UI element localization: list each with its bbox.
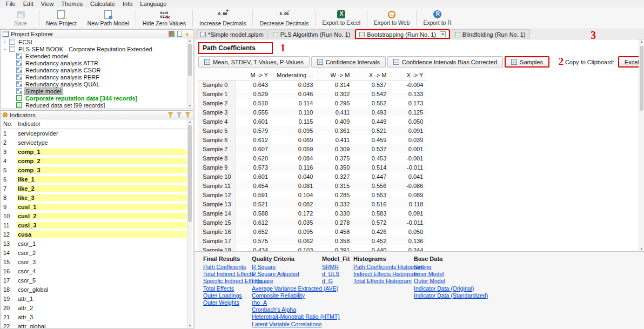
menu-item-language[interactable]: Language	[136, 1, 170, 7]
link-r-square-adjusted[interactable]: R Square Adjusted	[252, 271, 320, 278]
indicator-row-like-3[interactable]: 8like_3	[1, 193, 187, 202]
link-indicator-data-original[interactable]: Indicator Data (Original)	[414, 285, 488, 292]
table-row-sample-16[interactable]: Sample 160.6520.0950.4580.4260.050	[198, 227, 427, 236]
link-path-coefficients-histogram[interactable]: Path Coefficients Histogram	[353, 264, 412, 271]
indicator-row-csor-5[interactable]: 17csor_5	[1, 276, 187, 285]
indicators-scrollbar[interactable]: ▲ ▼	[187, 119, 192, 328]
tab-pls-algorithm-run-no-1[interactable]: PLS Algorithm (Run No. 1)	[269, 29, 355, 39]
project-explorer-scrollbar[interactable]: ▲ ▼	[187, 38, 192, 108]
scrollbar-thumb[interactable]	[188, 125, 192, 222]
indicator-row-cusa[interactable]: 12cusa	[1, 230, 187, 239]
indicator-row-csor-3[interactable]: 15csor_3	[1, 257, 187, 266]
link-indirect-effects-histogram[interactable]: Indirect Effects Histogram	[353, 271, 412, 278]
subtab-confidence-intervals-bias-corrected[interactable]: Confidence Intervals Bias Corrected	[387, 56, 503, 68]
tree-item-redundancy-analysis-attr[interactable]: Redundancy analysis ATTR	[1, 59, 187, 66]
tab-simple-model-splsm[interactable]: *Simple model.splsm	[196, 29, 268, 39]
link-total-effects-histogram[interactable]: Total Effects Histogram	[353, 278, 412, 285]
link-f-square[interactable]: f Square	[252, 278, 320, 285]
import-project-icon[interactable]	[169, 31, 175, 37]
tree-item-extended-model[interactable]: Extended model	[1, 52, 187, 59]
scroll-up-icon[interactable]: ▲	[187, 39, 192, 42]
tree-item-redundancy-analysis-perf[interactable]: Redundancy analysis PERF	[1, 73, 187, 80]
indicator-row-servicetype[interactable]: 2servicetype	[1, 138, 187, 147]
scrollbar-thumb[interactable]	[188, 44, 192, 76]
indicator-row-csor-4[interactable]: 16csor_4	[1, 266, 187, 276]
link-srmr[interactable]: SRMR	[322, 264, 351, 271]
indicator-row-comp-3[interactable]: 5comp_3	[1, 165, 187, 174]
menu-item-calculate[interactable]: Calculate	[86, 1, 119, 7]
link-outer-model[interactable]: Outer Model	[414, 278, 488, 285]
scroll-down-icon[interactable]: ▼	[187, 104, 192, 108]
tree-item-simple-model[interactable]: Simple model	[1, 88, 187, 95]
menu-item-file[interactable]: File	[2, 1, 19, 7]
toolbar-button-export-to-r[interactable]: Export to R	[418, 8, 457, 29]
filter-settings-icon[interactable]	[185, 112, 191, 118]
table-row-sample-13[interactable]: Sample 130.5210.0820.3320.5160.118	[198, 199, 427, 209]
scroll-up-icon[interactable]: ▲	[639, 40, 644, 43]
indicator-row-attr-3[interactable]: 21attr_3	[1, 312, 187, 321]
link-setting[interactable]: Setting	[414, 264, 488, 271]
toolbar-button-export-to-excel[interactable]: Export to Excel	[317, 8, 366, 29]
tree-item-ecsi[interactable]: ›ECSI	[1, 38, 187, 45]
table-row-sample-8[interactable]: Sample 80.6200.0840.3750.453-0.001	[198, 153, 427, 163]
tree-item-reduced-data-set-99-records[interactable]: Reduced data set [99 records]	[1, 102, 187, 108]
link-r-square[interactable]: R Square	[252, 264, 320, 271]
tree-item-corporate-reputation-data-344-records[interactable]: Corporate reputation data [344 records]	[1, 95, 187, 102]
filter-clear-icon[interactable]	[176, 112, 182, 118]
toolbar-button-increase-decimals[interactable]: Increase Decimals	[194, 8, 251, 29]
scroll-down-icon[interactable]: ▼	[639, 247, 644, 251]
table-row-sample-9[interactable]: Sample 90.5730.1160.3500.514-0.011	[198, 163, 427, 172]
indicator-row-cusl-1[interactable]: 9cusl_1	[1, 202, 187, 211]
table-row-sample-11[interactable]: Sample 110.6540.0810.3150.556-0.086	[198, 181, 427, 190]
table-row-sample-3[interactable]: Sample 30.5550.1100.4110.4930.125	[198, 108, 427, 117]
menu-item-themes[interactable]: Themes	[57, 1, 86, 7]
link-outer-weights[interactable]: Outer Weights	[203, 299, 250, 306]
indicator-row-comp-2[interactable]: 4comp_2	[1, 156, 187, 165]
subtab-confidence-intervals[interactable]: Confidence Intervals	[311, 56, 386, 68]
table-row-sample-6[interactable]: Sample 60.6120.0690.4110.4590.039	[198, 135, 427, 144]
toolbar-button-export-to-web[interactable]: Export to Web	[368, 8, 415, 29]
table-row-sample-14[interactable]: Sample 140.5880.1720.3300.5830.091	[198, 209, 427, 218]
indicator-row-attr-1[interactable]: 19attr_1	[1, 294, 187, 303]
indicator-row-comp-1[interactable]: 3comp_1	[1, 147, 187, 156]
link-cronbach-s-alpha[interactable]: Cronbach's Alpha	[252, 306, 320, 313]
table-row-sample-5[interactable]: Sample 50.5790.0950.3610.5210.091	[198, 126, 427, 135]
table-row-sample-15[interactable]: Sample 150.6120.0350.2780.572-0.011	[198, 218, 427, 227]
indicator-row-attr-global[interactable]: 22attr_global	[1, 321, 187, 328]
indicator-row-like-2[interactable]: 7like_2	[1, 184, 187, 193]
indicator-row-cusl-2[interactable]: 10cusl_2	[1, 211, 187, 220]
filter-icon[interactable]	[167, 112, 173, 118]
menu-item-info[interactable]: Info	[119, 1, 136, 7]
scroll-up-icon[interactable]: ▲	[187, 120, 192, 123]
tab-blindfolding-run-no-1[interactable]: Blindfolding (Run No. 1)	[451, 29, 530, 39]
link-total-indirect-effects[interactable]: Total Indirect Effects	[203, 271, 250, 278]
toolbar-button-hide-zero-values[interactable]: Hide Zero Values	[137, 8, 191, 29]
table-row-sample-4[interactable]: Sample 40.6010.1150.4090.4490.050	[198, 117, 427, 126]
tab-bootstrapping-run-no-1[interactable]: Bootstrapping (Run No. 1)✕	[355, 29, 450, 39]
toolbar-button-decrease-decimals[interactable]: Decrease Decimals	[254, 8, 314, 29]
link-rho-a[interactable]: rho_A	[252, 299, 320, 306]
link-latent-variable-correlations[interactable]: Latent Variable Correlations	[252, 321, 320, 328]
link-composite-reliability[interactable]: Composite Reliability	[252, 292, 320, 299]
link-d-g[interactable]: d_G	[322, 278, 351, 285]
link-specific-indirect-effects[interactable]: Specific Indirect Effects	[203, 278, 250, 285]
report-icon[interactable]	[177, 31, 182, 37]
subtab-samples[interactable]: Samples	[505, 56, 549, 68]
indicator-row-attr-2[interactable]: 20attr_2	[1, 303, 187, 312]
link-inner-model[interactable]: Inner Model	[414, 271, 488, 278]
indicator-row-csor-2[interactable]: 14csor_2	[1, 248, 187, 257]
scroll-down-icon[interactable]: ▼	[187, 324, 192, 327]
table-row-sample-0[interactable]: Sample 00.6430.0330.3140.537-0.004	[198, 80, 427, 89]
close-icon[interactable]: ✕	[440, 31, 446, 37]
table-row-sample-17[interactable]: Sample 170.5750.0620.3580.4520.136	[198, 236, 427, 245]
table-row-sample-18[interactable]: Sample 180.4340.1030.3910.4400.244	[198, 245, 427, 251]
tree-item-pls-sem-book-corporate-reputation-extended[interactable]: ⌄PLS-SEM BOOK - Corporate Reputation Ext…	[1, 45, 187, 52]
menu-item-view[interactable]: View	[37, 1, 58, 7]
tree-item-redundancy-analysis-qual[interactable]: Redundancy analysis QUAL	[1, 80, 187, 88]
tree-item-redundancy-analysis-csor[interactable]: Redundancy analysis CSOR	[1, 66, 187, 73]
content-scrollbar[interactable]: ▲ ▼	[639, 39, 644, 251]
table-row-sample-10[interactable]: Sample 100.6010.0400.3270.4470.041	[198, 172, 427, 181]
menu-item-edit[interactable]: Edit	[19, 1, 37, 7]
table-row-sample-12[interactable]: Sample 120.5910.1040.2850.5530.089	[198, 190, 427, 199]
link-path-coefficients[interactable]: Path Coefficients	[203, 264, 250, 271]
